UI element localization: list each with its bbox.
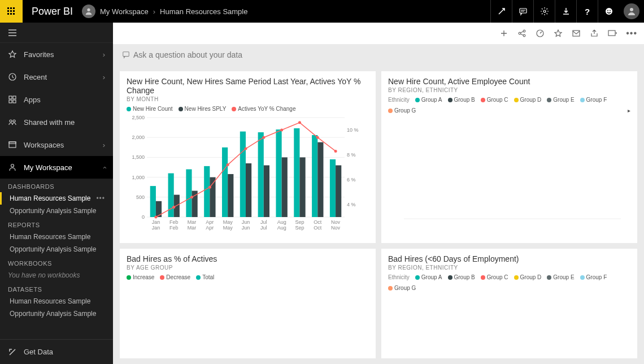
qna-input[interactable]: Ask a question about your data <box>113 44 644 66</box>
more-icon[interactable]: ••• <box>626 28 637 38</box>
breadcrumb-item[interactable]: My Workspace <box>100 7 149 16</box>
web-layout-icon[interactable] <box>608 29 617 38</box>
legend: Ethnicity Group A Group B Group C Group … <box>388 274 630 291</box>
sidebar-link-dataset[interactable]: Human Resources Sample <box>0 295 113 307</box>
svg-rect-20 <box>13 100 16 103</box>
help-icon[interactable]: ? <box>576 0 598 23</box>
sidebar-item-favorites[interactable]: Favorites › <box>0 43 113 66</box>
sidebar-link-report[interactable]: Opportunity Analysis Sample <box>0 243 113 255</box>
tile-bad-hires-pct[interactable]: Bad Hires as % of Actives BY AGE GROUP I… <box>120 249 376 358</box>
tile-subtitle: BY AGE GROUP <box>127 265 369 271</box>
qna-placeholder: Ask a question about your data <box>133 50 242 59</box>
subscribe-icon[interactable] <box>572 29 581 38</box>
svg-rect-78 <box>282 157 288 217</box>
tile-title: New Hire Count, Active Employee Count <box>388 77 630 86</box>
sidebar-item-label: Favorites <box>24 50 54 59</box>
app-launcher-button[interactable] <box>0 0 23 23</box>
more-icon[interactable]: ••• <box>96 194 105 202</box>
comment-icon[interactable] <box>512 0 533 23</box>
combo-chart: 05001,0001,5002,0002,5004 %6 %8 %10 %Jan… <box>127 114 364 233</box>
hamburger-button[interactable] <box>0 23 113 43</box>
svg-rect-10 <box>520 8 526 13</box>
svg-point-28 <box>523 34 525 37</box>
svg-rect-70 <box>246 163 251 217</box>
tile-bad-hires-region[interactable]: Bad Hires (<60 Days of Employment) BY RE… <box>381 249 637 358</box>
svg-text:Nov: Nov <box>331 219 341 225</box>
svg-text:Aug: Aug <box>277 225 286 231</box>
svg-text:Jul: Jul <box>260 219 267 225</box>
svg-rect-3 <box>7 10 9 12</box>
gear-icon[interactable] <box>533 0 555 23</box>
sidebar-item-recent[interactable]: Recent › <box>0 66 113 88</box>
sidebar-link-dashboard[interactable]: Opportunity Analysis Sample <box>0 205 113 217</box>
brand-label: Power BI <box>23 6 82 18</box>
user-avatar[interactable] <box>624 3 639 19</box>
svg-text:Oct: Oct <box>314 225 322 231</box>
tile-subtitle: BY MONTH <box>127 96 369 102</box>
svg-rect-81 <box>294 128 299 217</box>
tile-subtitle: BY REGION, ETHNICITY <box>388 87 630 93</box>
svg-rect-57 <box>186 170 192 217</box>
favorite-icon[interactable] <box>554 29 563 38</box>
tile-new-hires-by-region[interactable]: New Hire Count, Active Employee Count BY… <box>381 71 637 243</box>
chevron-right-icon: › <box>103 50 105 59</box>
svg-rect-0 <box>7 7 9 9</box>
svg-text:2,500: 2,500 <box>132 115 145 120</box>
svg-text:Oct: Oct <box>314 219 322 225</box>
topbar-actions: ? <box>490 0 644 23</box>
svg-rect-82 <box>299 157 305 217</box>
svg-rect-2 <box>13 7 15 9</box>
performance-icon[interactable] <box>536 29 545 38</box>
svg-text:Feb: Feb <box>169 219 179 225</box>
sidebar-link-dataset[interactable]: Opportunity Analysis Sample <box>0 307 113 320</box>
svg-point-25 <box>11 164 14 167</box>
section-workbooks: WORKBOOKS <box>0 255 113 269</box>
tile-title: Bad Hires (<60 Days of Employment) <box>388 254 630 263</box>
svg-text:Jun: Jun <box>242 225 250 231</box>
download-icon[interactable] <box>555 0 576 23</box>
sidebar-link-report[interactable]: Human Resources Sample <box>0 231 113 243</box>
svg-text:Apr: Apr <box>206 225 214 231</box>
svg-point-13 <box>607 10 608 11</box>
svg-text:Mar: Mar <box>188 225 197 231</box>
breadcrumb-item[interactable]: Human Resources Sample <box>160 7 247 16</box>
export-icon[interactable] <box>590 29 599 38</box>
svg-text:6 %: 6 % <box>347 177 356 183</box>
svg-text:2,000: 2,000 <box>132 135 145 140</box>
section-dashboards: DASHBOARDS <box>0 179 113 192</box>
svg-text:Jul: Jul <box>260 225 267 231</box>
sidebar-item-shared[interactable]: Shared with me <box>0 111 113 133</box>
svg-text:500: 500 <box>136 194 145 200</box>
svg-rect-7 <box>10 13 12 15</box>
add-tile-icon[interactable] <box>499 29 508 38</box>
sidebar-item-label: Apps <box>24 96 41 104</box>
sidebar-item-label: Shared with me <box>24 118 75 127</box>
get-data-button[interactable]: Get Data <box>0 339 113 364</box>
sidebar-item-apps[interactable]: Apps <box>0 88 113 111</box>
tile-new-hires-by-month[interactable]: New Hire Count, New Hires Same Period La… <box>120 71 376 243</box>
svg-rect-6 <box>7 13 9 15</box>
svg-rect-77 <box>276 129 281 217</box>
svg-rect-74 <box>264 165 269 217</box>
svg-rect-32 <box>123 52 129 57</box>
svg-rect-8 <box>13 13 15 15</box>
smile-icon[interactable] <box>598 0 619 23</box>
sidebar-item-workspaces[interactable]: Workspaces › <box>0 133 113 156</box>
chevron-right-icon[interactable]: ▸ <box>628 107 630 114</box>
fullscreen-icon[interactable] <box>490 0 512 23</box>
svg-rect-17 <box>9 96 12 99</box>
tile-title: Bad Hires as % of Actives <box>127 254 369 263</box>
svg-rect-85 <box>312 135 317 217</box>
sidebar-item-my-workspace[interactable]: My Workspace › <box>0 156 113 179</box>
sidebar-link-dashboard[interactable]: Human Resources Sample••• <box>0 192 113 205</box>
legend: Ethnicity Group A Group B Group C Group … <box>388 97 630 114</box>
share-icon[interactable] <box>517 29 526 38</box>
svg-text:Mar: Mar <box>188 219 197 225</box>
sidebar-item-label: My Workspace <box>24 163 72 172</box>
svg-text:Jan: Jan <box>152 225 160 231</box>
svg-rect-24 <box>9 142 16 144</box>
svg-rect-1 <box>10 7 12 9</box>
legend: New Hire Count New Hires SPLY Actives Yo… <box>127 106 369 112</box>
section-datasets: DATASETS <box>0 281 113 295</box>
waterfall-chart <box>127 283 364 345</box>
